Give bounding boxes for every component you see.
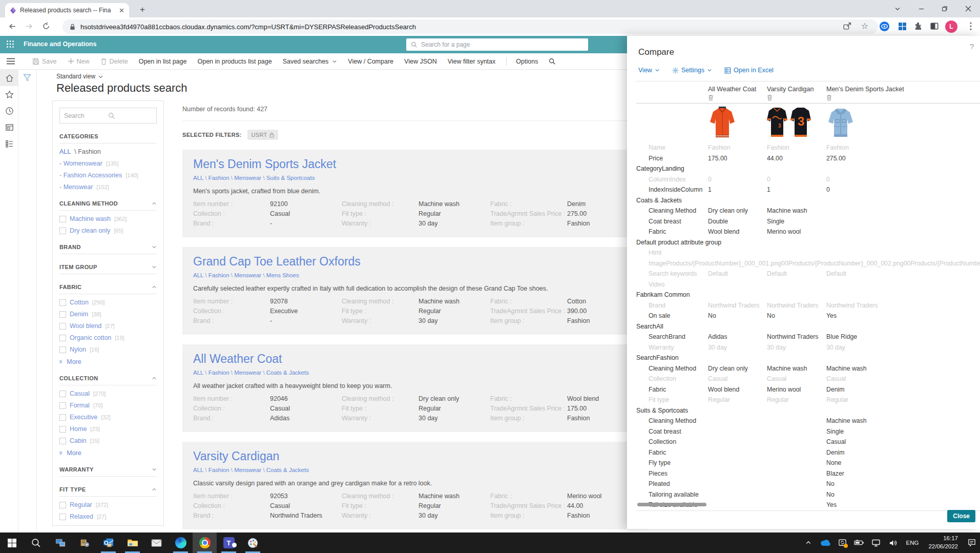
filter-section-header[interactable]: ITEM GROUP <box>59 264 157 274</box>
checkbox[interactable] <box>59 402 66 409</box>
back-icon[interactable] <box>8 22 17 31</box>
remove-column-trash-icon[interactable] <box>708 94 767 101</box>
filter-checkbox-item[interactable]: Regular[372] <box>59 501 157 508</box>
save-button[interactable]: Save <box>32 58 57 65</box>
filter-checkbox-item[interactable]: Relaxed[27] <box>59 513 157 520</box>
category-link[interactable]: - Womenswear[135] <box>59 160 157 167</box>
breadcrumb-link[interactable]: Suits & Sportcoats <box>266 175 315 181</box>
filter-chip[interactable]: USRT <box>247 130 279 140</box>
more-link[interactable]: »More <box>59 449 157 457</box>
file-explorer-icon[interactable] <box>120 532 144 553</box>
close-button[interactable]: Close <box>947 510 975 522</box>
product-title-link[interactable]: Grand Cap Toe Leather Oxfords <box>193 255 639 269</box>
filter-section-header[interactable]: BRAND <box>59 244 157 254</box>
filter-checkbox-item[interactable]: Nylon[16] <box>59 346 157 353</box>
edge-icon[interactable] <box>169 532 193 553</box>
filter-checkbox-item[interactable]: Dry clean only[65] <box>59 227 157 234</box>
filter-checkbox-item[interactable]: Home[23] <box>59 425 157 433</box>
open-in-products-list-page-button[interactable]: Open in products list page <box>197 58 272 65</box>
breadcrumb[interactable]: ALL \ Fashion \ Menswear \ Coats & Jacke… <box>193 467 639 473</box>
chevron-down-icon[interactable] <box>152 244 157 250</box>
settings-menu[interactable]: Settings <box>672 67 712 74</box>
filter-section-header[interactable]: FIT TYPE <box>59 486 157 497</box>
side-panel-icon[interactable] <box>930 22 939 31</box>
breadcrumb-link[interactable]: Fashion <box>208 467 230 473</box>
checkbox[interactable] <box>59 525 66 526</box>
breadcrumb-link[interactable]: Coats & Jackets <box>266 467 309 473</box>
sync-status-icon[interactable] <box>834 532 851 553</box>
server-manager-icon[interactable] <box>72 532 96 553</box>
help-icon[interactable]: ? <box>970 42 974 51</box>
filter-search-input[interactable]: Search <box>59 108 157 124</box>
open-in-excel-button[interactable]: Open in Excel <box>724 67 774 74</box>
bookmark-star-icon[interactable]: ☆ <box>861 21 868 31</box>
filter-checkbox-item[interactable]: Denim[38] <box>59 311 157 318</box>
chevron-up-icon[interactable] <box>152 487 157 492</box>
filter-section-header[interactable]: FABRIC <box>59 284 157 294</box>
chevron-up-icon[interactable] <box>152 376 157 381</box>
window-restore-button[interactable] <box>933 0 956 17</box>
chevron-up-icon[interactable] <box>152 284 157 290</box>
saved-searches-menu[interactable]: Saved searches <box>283 58 338 65</box>
filter-section-header[interactable]: COLLECTION <box>59 375 157 385</box>
checkbox[interactable] <box>59 414 66 421</box>
new-tab-button[interactable]: + <box>136 4 149 16</box>
remove-column-trash-icon[interactable] <box>826 94 980 101</box>
filter-funnel-icon[interactable] <box>23 74 32 82</box>
actionbar-search-button[interactable] <box>549 58 556 65</box>
chevron-up-icon[interactable] <box>152 201 157 206</box>
filter-checkbox-item[interactable]: Casual[270] <box>59 390 157 397</box>
taskbar-search-button[interactable] <box>24 532 48 553</box>
filter-section-header[interactable]: WARRANTY <box>59 466 157 477</box>
checkbox[interactable] <box>59 311 66 318</box>
network-icon[interactable] <box>868 532 885 553</box>
product-card[interactable]: All Weather CoatALL \ Fashion \ Menswear… <box>182 344 650 432</box>
battery-icon[interactable] <box>851 532 868 553</box>
category-path-link[interactable]: ALL\ Fashion <box>59 148 157 155</box>
checkbox[interactable] <box>59 346 66 353</box>
view-json-button[interactable]: View JSON <box>404 58 437 65</box>
breadcrumb-link[interactable]: ALL <box>193 370 203 376</box>
mail-icon[interactable] <box>144 532 169 553</box>
breadcrumb-link[interactable]: Menswear <box>234 370 261 376</box>
breadcrumb-link[interactable]: Fashion <box>208 175 230 181</box>
checkbox[interactable] <box>59 438 66 444</box>
delete-button[interactable]: Delete <box>100 58 128 65</box>
url-bar[interactable]: hsotstdriveea3fd4970a881ccbaos.cloudax.d… <box>62 19 878 34</box>
filter-checkbox-item[interactable]: Cabin[15] <box>59 437 157 444</box>
breadcrumb-link[interactable]: Fashion <box>208 272 230 278</box>
breadcrumb-link[interactable]: Fashion <box>208 370 230 376</box>
filter-checkbox-item[interactable]: Cotton[290] <box>59 299 157 306</box>
nav-rail-checklist-icon[interactable] <box>0 135 18 152</box>
browser-profile-avatar[interactable]: L <box>945 21 957 33</box>
breadcrumb[interactable]: ALL \ Fashion \ Menswear \ Coats & Jacke… <box>193 370 639 376</box>
page-search-input[interactable]: Search for a page <box>406 38 588 51</box>
filter-checkbox-item[interactable]: Organic cotton[19] <box>59 334 157 341</box>
teams-icon[interactable]: T <box>217 532 241 553</box>
view-filter-syntax-button[interactable]: View filter syntax <box>448 58 496 65</box>
forward-icon[interactable] <box>25 22 33 31</box>
nav-rail-clock-icon[interactable] <box>0 103 18 119</box>
chrome-icon[interactable] <box>193 532 217 553</box>
breadcrumb-link[interactable]: ALL <box>193 272 203 278</box>
filter-checkbox-item[interactable]: Wool blend[27] <box>59 322 157 330</box>
options-button[interactable]: Options <box>516 58 538 65</box>
checkbox[interactable] <box>59 426 66 433</box>
browser-menu-icon[interactable] <box>970 22 972 30</box>
checkbox[interactable] <box>59 391 66 397</box>
open-in-list-page-button[interactable]: Open in list page <box>139 58 187 65</box>
category-link[interactable]: - Fashion Accessories[140] <box>59 172 157 179</box>
checkbox[interactable] <box>59 299 66 306</box>
filter-section-header[interactable]: CATEGORIES <box>59 133 157 144</box>
product-card[interactable]: Varsity CardiganALL \ Fashion \ Menswear… <box>182 442 650 529</box>
onedrive-icon[interactable] <box>817 532 834 553</box>
new-button[interactable]: New <box>68 58 90 65</box>
extension-badge-icon[interactable] <box>879 21 890 32</box>
product-title-link[interactable]: Men's Denim Sports Jacket <box>193 157 639 171</box>
window-menu-chevron-icon[interactable] <box>886 0 909 17</box>
paint-icon[interactable] <box>241 532 265 553</box>
view-compare-button[interactable]: View / Compare <box>348 58 393 65</box>
product-title-link[interactable]: All Weather Coat <box>193 352 639 366</box>
action-center-icon[interactable] <box>963 532 980 553</box>
breadcrumb-link[interactable]: Mens Shoes <box>266 272 299 278</box>
